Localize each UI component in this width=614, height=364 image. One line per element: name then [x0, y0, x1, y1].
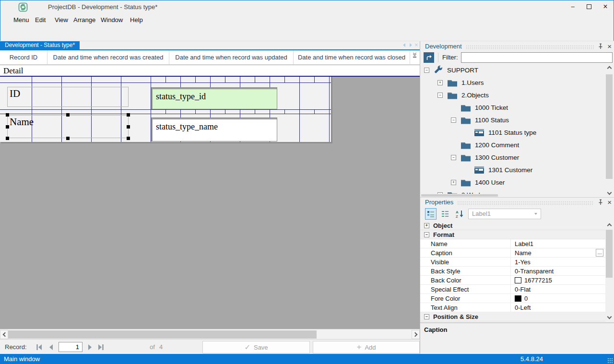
property-row[interactable]: NameLabel1 [420, 239, 605, 248]
property-value[interactable]: 1-Yes [510, 258, 605, 266]
first-record-button[interactable] [35, 342, 44, 352]
ellipsis-button[interactable]: ... [596, 249, 603, 257]
tab-scroll-right-icon[interactable] [408, 43, 413, 47]
selection-handle[interactable] [127, 125, 130, 129]
property-row[interactable]: Back Color16777215 [420, 276, 605, 285]
scroll-down-icon[interactable] [605, 189, 613, 197]
minimize-button[interactable]: – [565, 0, 580, 14]
selection-handle[interactable] [127, 113, 130, 117]
save-record-button[interactable]: ✓ Save [202, 341, 310, 353]
alphabetical-view-button[interactable] [439, 208, 451, 220]
menu-item-menu[interactable]: Menu [13, 14, 29, 26]
property-value[interactable]: 0-Left [510, 303, 605, 312]
add-record-button[interactable]: + Add [313, 341, 420, 353]
selection-handle[interactable] [66, 137, 70, 140]
selection-handle[interactable] [66, 113, 70, 117]
collapse-icon[interactable]: − [451, 155, 456, 160]
column-header[interactable]: Date and time when record was closed [294, 50, 410, 64]
collapse-icon[interactable]: − [437, 93, 443, 98]
property-value[interactable]: 0-Flat [510, 285, 605, 294]
scrollbar-thumb[interactable] [421, 194, 498, 197]
expand-icon[interactable]: + [451, 180, 456, 185]
property-section-format[interactable]: −Format [420, 230, 605, 239]
maximize-button[interactable] [581, 0, 597, 14]
id-field-control[interactable]: status_type_id [151, 87, 277, 109]
last-record-button[interactable] [96, 342, 106, 352]
scroll-right-button[interactable] [412, 330, 420, 339]
selection-handle[interactable] [127, 137, 130, 140]
menu-item-view[interactable]: View [55, 14, 68, 26]
next-record-button[interactable] [85, 342, 95, 352]
property-value[interactable]: 16777215 [510, 276, 605, 284]
collapse-icon[interactable]: − [451, 117, 456, 123]
tree-item[interactable]: −2.Objects [420, 89, 605, 101]
property-row[interactable]: Back Style0-Transparent [420, 267, 605, 276]
tree-scrollbar[interactable] [605, 64, 613, 197]
tree-item[interactable]: −1300 Customer [420, 151, 605, 164]
property-row[interactable]: Special Effect0-Flat [420, 285, 605, 294]
menu-item-help[interactable]: Help [130, 14, 143, 26]
tree-item[interactable]: −1100 Status [420, 114, 605, 126]
column-header[interactable]: Date and time when record was updated [169, 50, 294, 64]
selection-handle[interactable] [6, 125, 9, 129]
properties-scrollbar[interactable] [605, 221, 613, 321]
property-value[interactable]: 0-Transparent [510, 267, 605, 275]
property-row[interactable]: Fore Color0 [420, 294, 605, 303]
resize-grip[interactable] [607, 358, 613, 363]
scroll-up-icon[interactable] [605, 64, 613, 71]
designer-canvas[interactable]: ID status_type_id Name status_type_name [0, 77, 420, 329]
tree-item[interactable]: 1101 Status type [420, 126, 605, 139]
property-section-position-size[interactable]: −Position & Size [420, 312, 605, 321]
menu-item-window[interactable]: Window [101, 14, 123, 26]
categorized-view-button[interactable] [425, 208, 437, 220]
tree-item[interactable]: +1.Users [420, 76, 605, 89]
filter-apply-button[interactable] [424, 52, 434, 63]
close-pane-icon[interactable]: × [607, 198, 612, 206]
previous-record-button[interactable] [46, 342, 56, 352]
property-section-object[interactable]: +Object [420, 221, 605, 230]
id-label-control[interactable]: ID [7, 87, 129, 107]
scrollbar-thumb[interactable] [8, 330, 317, 339]
properties-object-combo[interactable]: Label1 [468, 209, 541, 219]
menu-item-arrange[interactable]: Arrange [73, 14, 95, 26]
scrollbar-thumb[interactable] [606, 230, 613, 278]
tree-item[interactable]: 1000 Ticket [420, 101, 605, 114]
tree-item[interactable]: −SUPPORT [420, 64, 605, 76]
sort-az-button[interactable]: AZ [454, 208, 465, 220]
collapse-icon[interactable]: − [424, 232, 429, 237]
tab-development-status-type[interactable]: Development - Status type* [0, 41, 80, 49]
scroll-up-icon[interactable] [605, 221, 613, 229]
column-header[interactable]: Record ID [0, 50, 47, 64]
menu-item-edit[interactable]: Edit [35, 14, 46, 26]
tree-item[interactable]: 1200 Comment [420, 139, 605, 151]
scroll-down-icon[interactable] [605, 314, 613, 321]
name-label-control[interactable]: Name [7, 115, 129, 138]
tab-close-icon[interactable]: × [414, 41, 418, 48]
column-header[interactable]: Date and time when record was created [47, 50, 169, 64]
scrollbar-thumb[interactable] [606, 74, 613, 179]
horizontal-scrollbar[interactable] [0, 329, 420, 339]
filter-input[interactable] [461, 52, 613, 63]
expand-icon[interactable]: + [424, 223, 429, 228]
property-row[interactable]: Text Align0-Left [420, 303, 605, 312]
close-button[interactable]: × [598, 0, 613, 14]
record-number-input[interactable] [59, 342, 83, 352]
property-value[interactable]: Name... [510, 248, 605, 257]
pin-icon[interactable] [598, 199, 603, 205]
tree-item[interactable]: +1400 User [420, 176, 605, 188]
scroll-left-button[interactable] [0, 330, 8, 339]
tab-scroll-left-icon[interactable] [402, 43, 407, 47]
pin-icon[interactable] [598, 43, 603, 49]
selection-handle[interactable] [6, 137, 9, 140]
expand-icon[interactable]: + [437, 80, 443, 85]
header-overflow-icon[interactable] [412, 53, 417, 58]
collapse-icon[interactable]: − [424, 68, 429, 73]
property-row[interactable]: Visible1-Yes [420, 258, 605, 267]
name-field-control[interactable]: status_type_name [151, 117, 277, 141]
selection-handle[interactable] [6, 113, 9, 117]
property-value[interactable]: Label1 [510, 239, 605, 248]
property-row[interactable]: CaptionName... [420, 248, 605, 258]
property-value[interactable]: 0 [510, 294, 605, 303]
close-pane-icon[interactable]: × [607, 42, 612, 50]
tree-item[interactable]: 1301 Customer [420, 164, 605, 176]
